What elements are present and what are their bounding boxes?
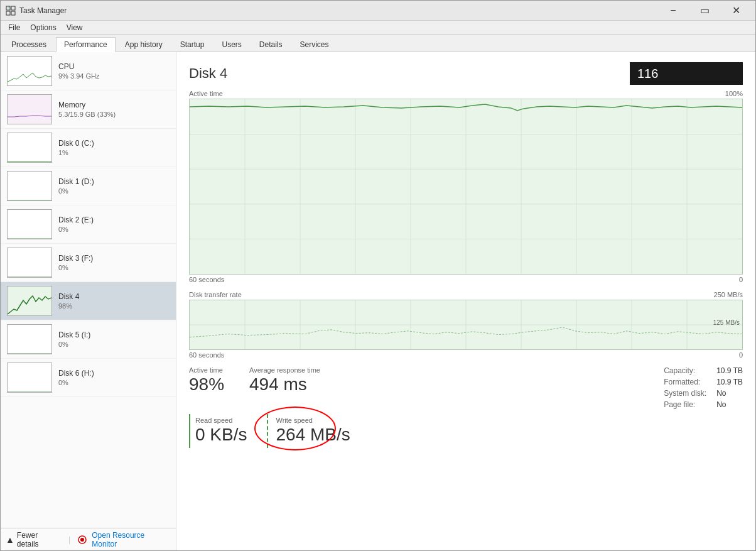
active-time-stat-value: 98% [189,374,224,395]
page-file-label: Page file: [664,400,706,409]
active-time-label-left: Active time [189,90,223,97]
active-time-label-right: 100% [725,90,743,97]
disk0-sublabel: 1% [58,149,94,156]
close-button[interactable]: ✕ [721,2,750,19]
open-resource-monitor-link[interactable]: Open Resource Monitor [92,531,171,548]
sidebar-item-memory[interactable]: Memory 5.3/15.9 GB (33%) [1,90,176,129]
sidebar-item-disk5[interactable]: Disk 5 (I:) 0% [1,320,176,359]
capacity-label: Capacity: [664,366,706,375]
avg-response-stat: Average response time 494 ms [249,366,320,395]
disk6-label: Disk 6 (H:) [58,369,94,378]
tabs-bar: Processes Performance App history Startu… [1,35,755,52]
sidebar: CPU 9% 3.94 GHz Memory [1,52,176,550]
menu-options[interactable]: Options [25,22,61,33]
disk1-thumbnail [7,171,52,201]
memory-info: Memory 5.3/15.9 GB (33%) [58,101,116,118]
tab-performance[interactable]: Performance [56,37,116,52]
disk1-info: Disk 1 (D:) 0% [58,177,94,195]
disk5-info: Disk 5 (I:) 0% [58,330,90,348]
menu-bar: File Options View [1,21,755,35]
speed-row: Read speed 0 KB/s Write speed 264 MB/s [189,414,358,448]
svg-rect-3 [11,11,15,15]
write-speed-container: Write speed 264 MB/s [267,414,357,448]
right-stats: Capacity: 10.9 TB Formatted: 10.9 TB Sys… [664,366,743,409]
memory-sublabel: 5.3/15.9 GB (33%) [58,111,116,118]
sidebar-item-disk2[interactable]: Disk 2 (E:) 0% [1,205,176,244]
read-speed-value: 0 KB/s [195,424,247,445]
active-time-stat: Active time 98% [189,366,224,395]
system-disk-label: System disk: [664,389,706,398]
tab-services[interactable]: Services [292,37,337,52]
detail-panel: Disk 4 116 Active time 100% [176,52,755,550]
transfer-0: 0 [739,351,743,359]
maximize-button[interactable]: ▭ [690,2,719,19]
menu-view[interactable]: View [62,22,88,33]
disk6-info: Disk 6 (H:) 0% [58,369,94,386]
fewer-details-icon: ▲ [6,535,14,545]
125mbps-label: 125 MB/s [713,319,740,326]
svg-rect-15 [8,363,52,393]
minimize-button[interactable]: − [659,2,688,19]
tab-processes[interactable]: Processes [3,37,55,52]
disk0-info: Disk 0 (C:) 1% [58,139,94,156]
svg-point-17 [80,538,84,542]
disk2-sublabel: 0% [58,226,94,233]
disk1-sublabel: 0% [58,187,94,195]
stats-row: Active time 98% Average response time 49… [189,366,743,409]
tab-users[interactable]: Users [213,37,249,52]
transfer-rate-chart: 125 MB/s [189,300,743,350]
cpu-info: CPU 9% 3.94 GHz [58,62,99,80]
sidebar-item-disk4[interactable]: Disk 4 98% [1,282,176,320]
disk5-sublabel: 0% [58,341,90,348]
memory-label: Memory [58,101,116,109]
sidebar-item-disk1[interactable]: Disk 1 (D:) 0% [1,167,176,205]
disk4-thumbnail [7,286,52,316]
active-time-stat-label: Active time [189,366,224,374]
read-speed-block: Read speed 0 KB/s [189,414,254,448]
fewer-details-label: Fewer details [17,531,61,548]
disk1-label: Disk 1 (D:) [58,177,94,186]
avg-response-label: Average response time [249,366,320,374]
disk0-label: Disk 0 (C:) [58,139,94,148]
tab-app-history[interactable]: App history [117,37,171,52]
tab-details[interactable]: Details [251,37,291,52]
sidebar-scroll[interactable]: CPU 9% 3.94 GHz Memory [1,52,176,528]
svg-rect-14 [8,325,52,354]
tab-startup[interactable]: Startup [172,37,213,52]
active-time-time-label: 60 seconds 0 [189,276,743,283]
window-controls: − ▭ ✕ [659,2,750,19]
disk2-label: Disk 2 (E:) [58,215,94,224]
disk4-sublabel: 98% [58,302,79,310]
svg-rect-6 [8,57,52,86]
formatted-label: Formatted: [664,378,706,386]
app-icon [6,6,16,16]
transfer-rate-label-right: 250 MB/s [714,291,743,298]
active-time-0: 0 [739,276,743,283]
disk5-label: Disk 5 (I:) [58,330,90,339]
menu-file[interactable]: File [3,22,25,33]
capacity-value: 10.9 TB [716,366,743,375]
svg-rect-9 [8,133,52,163]
detail-model-number: 116 [637,67,658,81]
task-manager-window: Task Manager − ▭ ✕ File Options View Pro… [0,0,756,551]
fewer-details-button[interactable]: ▲ Fewer details [6,531,61,548]
detail-model-box: 116 [630,62,743,85]
sidebar-item-disk0[interactable]: Disk 0 (C:) 1% [1,129,176,167]
disk3-info: Disk 3 (F:) 0% [58,254,93,271]
sidebar-item-disk3[interactable]: Disk 3 (F:) 0% [1,244,176,282]
avg-response-value: 494 ms [249,374,320,395]
transfer-rate-label-left: Disk transfer rate [189,291,242,298]
disk4-info: Disk 4 98% [58,292,79,310]
sidebar-item-cpu[interactable]: CPU 9% 3.94 GHz [1,52,176,90]
sidebar-item-disk6[interactable]: Disk 6 (H:) 0% [1,359,176,397]
active-time-chart-section: Active time 100% [189,90,743,283]
transfer-60sec: 60 seconds [189,351,224,359]
disk0-thumbnail [7,133,52,163]
window-title: Task Manager [19,6,659,15]
title-bar: Task Manager − ▭ ✕ [1,1,755,21]
disk4-label: Disk 4 [58,292,79,301]
disk6-thumbnail [7,363,52,393]
active-time-60sec: 60 seconds [189,276,224,283]
active-time-chart [189,99,743,275]
formatted-value: 10.9 TB [716,378,743,386]
